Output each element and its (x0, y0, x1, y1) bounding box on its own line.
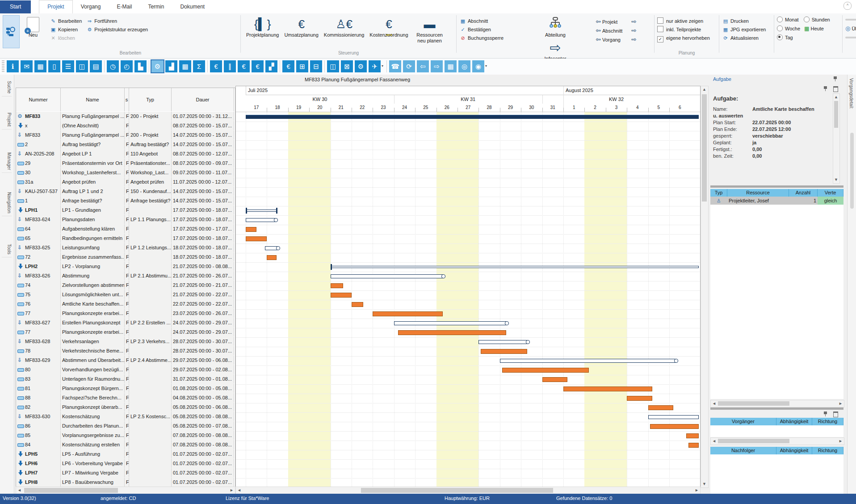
pin-icon[interactable] (823, 86, 827, 91)
ribbon-collapse-icon[interactable]: ^ (843, 2, 852, 10)
check-eigene-hervorheben[interactable]: ✓eigene hervorheben (657, 34, 716, 42)
money-edit-icon[interactable]: € (252, 60, 264, 72)
gantt-task-bar[interactable] (627, 396, 652, 401)
mail-icon[interactable]: ✉ (21, 60, 33, 72)
button-ressourcen[interactable]: ▬Ressourcenneu planen (411, 15, 449, 45)
table-row[interactable]: LPH6LP6 - Vorbereitung VergabeF01.07.202… (16, 459, 234, 469)
scroll-left-icon[interactable]: ◄ (236, 487, 243, 494)
column-header-Name[interactable]: Name (61, 88, 125, 111)
tab-termin[interactable]: Termin (140, 0, 172, 13)
predecessor-column-vorgänger[interactable]: Vorgänger (710, 418, 776, 425)
gantt-group-bar[interactable] (265, 246, 277, 250)
tab-projekt[interactable]: Projekt (39, 0, 72, 14)
gantt-task-bar[interactable] (502, 368, 589, 373)
user-barcode-icon[interactable]: ▞ (265, 60, 277, 72)
sidebar-item-projekt[interactable]: Projekt (2, 110, 12, 130)
new-button[interactable]: + Neu (23, 17, 43, 38)
table-row[interactable]: LPH2LP2 - VorplanungF21.07.2025 00:00 - … (16, 262, 234, 272)
gantt-hscroll-thumb[interactable] (361, 488, 553, 493)
print-icon[interactable]: ▤ (90, 60, 102, 72)
barcode-icon[interactable]: ∥ (224, 60, 236, 72)
nav-next-vorgang-icon[interactable]: ⇨ (630, 35, 638, 44)
gantt-task-bar[interactable] (373, 311, 442, 316)
fields-vscrollbar[interactable]: ▲ ▼ (833, 93, 840, 184)
check-inkl-teilprojekte[interactable]: inkl. Teilprojekte (657, 25, 716, 34)
stats-time-icon[interactable]: ▙ (134, 60, 147, 72)
table-row[interactable]: 84Kostenschätzung erstellenF07.08.2025 0… (16, 440, 234, 450)
vorgangsdetail-tab[interactable]: Vorgangsdetail: (849, 78, 854, 109)
resource-column-ressource[interactable]: Ressource (727, 189, 789, 197)
table-row[interactable]: x(Ohne Abschnitt)F08.07.2025 00:00 - 15.… (16, 121, 234, 131)
table-row[interactable]: ⇩MF833-628VerkehrsanlagenFLP 2.3 Verkehr… (16, 337, 234, 347)
gantt-task-bar[interactable] (398, 330, 506, 335)
table-row[interactable]: LPH1LP1 - GrundlagenF17.07.2025 00:00 - … (16, 206, 234, 215)
gears-icon[interactable]: ⚙ (355, 60, 367, 72)
money-in-icon[interactable]: € (282, 60, 294, 72)
table-row[interactable]: LPH8LP8 - BauüberwachungF01.07.2025 00:0… (16, 478, 234, 487)
table-row[interactable]: ⇩KAU-2507-537Auftrag LP 1 und 2F150 - Ku… (16, 187, 234, 197)
table-row[interactable]: 2Auftrag bestätigt?FAuftrag bestätigt?14… (16, 140, 234, 150)
calendar-icon[interactable]: ▦ (34, 60, 46, 72)
table-row[interactable]: 1Anfrage bestätigt?FAnfrage bestätigt?14… (16, 196, 234, 206)
user-config-icon[interactable]: ☰ (62, 60, 74, 72)
tab-start[interactable]: Start (0, 0, 31, 13)
gantt-task-bar[interactable] (352, 302, 363, 307)
predecessor-column-richtung[interactable]: Richtung (812, 418, 843, 425)
scroll-right-icon[interactable]: ► (837, 400, 844, 407)
nav-prev-projekt-icon[interactable]: ⇦ (594, 17, 602, 26)
gantt-vscrollbar[interactable]: ▲ ▼ (701, 86, 709, 488)
table-row[interactable]: 88Fachspezi?sche Berechn...F04.08.2025 0… (16, 393, 234, 403)
table-row[interactable]: 81Planungskonzept Bürgern...F01.08.2025 … (16, 384, 234, 394)
button-umsatzplanung[interactable]: €Umsatzplanung (281, 15, 321, 39)
resource-hscroll-thumb[interactable] (718, 401, 789, 406)
scroll-up-icon[interactable]: ▲ (701, 86, 708, 93)
money-out-icon[interactable]: € (210, 60, 222, 72)
cmd-kopieren[interactable]: ▣Kopieren (50, 25, 82, 34)
column-header-s[interactable]: s (125, 88, 129, 111)
sidebar-item-navigation[interactable]: Navigation (2, 189, 12, 216)
gantt-task-bar[interactable] (542, 377, 568, 382)
cmd-bearbeiten[interactable]: ✎Bearbeiten (50, 17, 82, 25)
button-kommissionierung[interactable]: ♙€Kommissionierung (321, 15, 367, 39)
nav-prev-abschnitt-icon[interactable]: ⇦ (594, 26, 602, 35)
dropdown-icon[interactable]: ▾ (382, 59, 385, 74)
phone-icon[interactable]: ☎ (389, 60, 401, 72)
cmd-l-schen[interactable]: ✕löschen (50, 34, 82, 42)
table-row[interactable]: 77Planungskonzepte erarbei...F23.07.2025… (16, 309, 234, 319)
project-structure-icon[interactable]: ⚙ (151, 60, 164, 72)
time-add-icon[interactable]: ◷ (107, 60, 119, 72)
table-hscroll-thumb[interactable] (24, 488, 118, 493)
sidebar-item-suche[interactable]: Suche (2, 78, 12, 97)
table-row[interactable]: ⇩MF833-627Erstellen PlanungskonzeptFLP 2… (16, 318, 234, 328)
checkbox-icon[interactable] (657, 17, 663, 24)
company-icon[interactable]: ◫ (76, 60, 88, 72)
delivery-icon[interactable]: ⊟ (310, 60, 322, 72)
scroll-down-icon[interactable]: ▼ (833, 176, 839, 183)
resource-hscrollbar[interactable]: ◄ ► (710, 400, 844, 407)
cmd-abschnitt[interactable]: ▦Abschnitt (459, 17, 504, 25)
nav-forward-icon[interactable]: ⇨ (431, 60, 443, 72)
table-row[interactable]: 64Aufgabenstellung klärenF17.07.2025 00:… (16, 224, 234, 234)
panel-divider[interactable] (710, 185, 843, 188)
gantt-group-bar[interactable] (246, 218, 275, 222)
gantt-project-bar[interactable] (246, 115, 699, 119)
power-icon[interactable]: ◉ (472, 60, 484, 72)
tab-dokument[interactable]: Dokument (172, 0, 213, 13)
cmd-jpg-exportieren[interactable]: ▦JPG exportieren (722, 25, 766, 34)
column-header-Nummer[interactable]: Nummer (16, 88, 61, 111)
gantt-task-bar[interactable] (686, 433, 699, 438)
cmd-aktualisieren[interactable]: ⟳Aktualisieren (722, 34, 766, 42)
scroll-right-icon[interactable]: ► (837, 438, 844, 445)
scroll-left-icon[interactable]: ◄ (16, 487, 23, 494)
app-icon[interactable] (3, 15, 20, 48)
table-row[interactable]: 83Unterlagen für Raumordnu...F31.07.2025… (16, 374, 234, 384)
zoom-icon[interactable]: ◎ (458, 60, 470, 72)
gantt-task-bar[interactable] (481, 349, 527, 354)
panel-divider[interactable] (710, 407, 843, 410)
scroll-right-icon[interactable]: ► (228, 487, 235, 494)
report-icon[interactable]: ▦ (445, 60, 457, 72)
table-row[interactable]: 86Durcharbeiten des Planun...F05.08.2025… (16, 421, 234, 431)
gantt-task-bar[interactable] (648, 405, 674, 410)
cart-icon[interactable]: ⊞ (296, 60, 308, 72)
table-row[interactable]: 80Vorverhandlungen bezügli...F29.07.2025… (16, 365, 234, 375)
